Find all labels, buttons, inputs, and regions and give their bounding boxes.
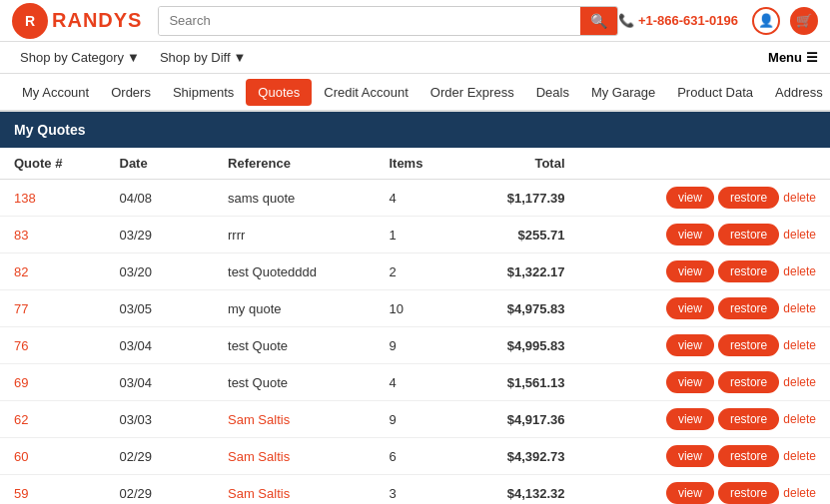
search-button[interactable]: 🔍 — [580, 7, 617, 35]
quote-reference-cell: Sam Saltis — [214, 475, 375, 505]
quote-actions-cell: viewrestoredelete — [579, 475, 830, 505]
chevron-down-icon: ▼ — [127, 50, 140, 65]
main-nav-link-product-data[interactable]: Product Data — [667, 77, 763, 108]
header-icons: 👤 🛒 — [752, 7, 818, 35]
view-button[interactable]: view — [666, 371, 714, 393]
restore-button[interactable]: restore — [718, 260, 779, 282]
restore-button[interactable]: restore — [718, 187, 779, 209]
quote-actions-cell: viewrestoredelete — [579, 180, 830, 217]
table-row: 5902/29Sam Saltis3$4,132.32viewrestorede… — [0, 475, 830, 505]
quote-total-cell: $1,322.17 — [460, 253, 579, 290]
restore-button[interactable]: restore — [718, 482, 779, 504]
quote-date-cell: 03/20 — [106, 253, 215, 290]
quote-total-cell: $4,132.32 — [460, 475, 579, 505]
view-button[interactable]: view — [666, 408, 714, 430]
quote-number-link[interactable]: 76 — [14, 338, 28, 353]
view-button[interactable]: view — [666, 297, 714, 319]
table-header: Quote # Date Reference Items Total — [0, 148, 830, 180]
main-nav-link-shipments[interactable]: Shipments — [163, 77, 244, 108]
quote-items-cell: 2 — [375, 253, 460, 290]
main-nav-link-deals[interactable]: Deals — [526, 77, 579, 108]
view-button[interactable]: view — [666, 260, 714, 282]
restore-button[interactable]: restore — [718, 445, 779, 467]
menu-button[interactable]: Menu ☰ — [768, 50, 818, 65]
quote-date-cell: 03/03 — [106, 401, 215, 438]
delete-button[interactable]: delete — [783, 486, 816, 500]
col-date: Date — [106, 148, 215, 180]
delete-button[interactable]: delete — [783, 191, 816, 205]
quote-reference-cell: sams quote — [214, 180, 375, 217]
delete-button[interactable]: delete — [783, 228, 816, 242]
restore-button[interactable]: restore — [718, 408, 779, 430]
view-button[interactable]: view — [666, 482, 714, 504]
quote-number-link[interactable]: 83 — [14, 228, 28, 243]
section-header: My Quotes — [0, 112, 830, 148]
quote-items-cell: 1 — [375, 217, 460, 253]
col-total: Total — [460, 148, 579, 180]
quote-date-cell: 03/04 — [106, 364, 215, 401]
restore-button[interactable]: restore — [718, 334, 779, 356]
quote-number-link[interactable]: 69 — [14, 375, 28, 390]
quote-number-cell: 83 — [0, 217, 106, 253]
quote-number-link[interactable]: 82 — [14, 264, 28, 279]
view-button[interactable]: view — [666, 187, 714, 209]
quote-number-cell: 76 — [0, 327, 106, 364]
delete-button[interactable]: delete — [783, 338, 816, 352]
shop-by-diff[interactable]: Shop by Diff ▼ — [152, 48, 254, 67]
col-actions — [579, 148, 830, 180]
account-icon[interactable]: 👤 — [752, 7, 780, 35]
view-button[interactable]: view — [666, 334, 714, 356]
table-row: 6002/29Sam Saltis6$4,392.73viewrestorede… — [0, 438, 830, 475]
view-button[interactable]: view — [666, 224, 714, 246]
quote-number-link[interactable]: 138 — [14, 191, 36, 206]
quote-items-cell: 10 — [375, 290, 460, 327]
quote-actions-cell: viewrestoredelete — [579, 401, 830, 438]
search-input[interactable] — [159, 7, 579, 35]
main-nav-link-quotes[interactable]: Quotes — [246, 79, 312, 106]
table-body: 13804/08sams quote4$1,177.39viewrestored… — [0, 180, 830, 505]
quote-total-cell: $1,177.39 — [460, 180, 579, 217]
quote-reference-cell: test Quote — [214, 327, 375, 364]
quote-number-link[interactable]: 59 — [14, 486, 28, 501]
quote-total-cell: $255.71 — [460, 217, 579, 253]
delete-button[interactable]: delete — [783, 264, 816, 278]
quote-number-link[interactable]: 62 — [14, 412, 28, 427]
phone-number[interactable]: 📞 +1-866-631-0196 — [618, 13, 738, 28]
restore-button[interactable]: restore — [718, 224, 779, 246]
quote-date-cell: 02/29 — [106, 438, 215, 475]
delete-button[interactable]: delete — [783, 412, 816, 426]
cart-icon[interactable]: 🛒 — [790, 7, 818, 35]
quote-actions-cell: viewrestoredelete — [579, 327, 830, 364]
main-nav-link-orders[interactable]: Orders — [101, 77, 161, 108]
quote-actions-cell: viewrestoredelete — [579, 253, 830, 290]
main-nav-link-address[interactable]: Address — [765, 77, 830, 108]
logo[interactable]: R RANDYS — [12, 3, 142, 39]
main-nav-link-my-account[interactable]: My Account — [12, 77, 99, 108]
quote-date-cell: 02/29 — [106, 475, 215, 505]
quote-reference-link[interactable]: Sam Saltis — [228, 486, 290, 501]
chevron-down-icon: ▼ — [234, 50, 247, 65]
quote-date-cell: 03/29 — [106, 217, 215, 253]
table-row: 6203/03Sam Saltis9$4,917.36viewrestorede… — [0, 401, 830, 438]
delete-button[interactable]: delete — [783, 301, 816, 315]
delete-button[interactable]: delete — [783, 375, 816, 389]
quote-reference-link[interactable]: Sam Saltis — [228, 449, 290, 464]
quote-number-link[interactable]: 60 — [14, 449, 28, 464]
quotes-table: Quote # Date Reference Items Total 13804… — [0, 148, 830, 504]
main-nav-link-my-garage[interactable]: My Garage — [581, 77, 665, 108]
restore-button[interactable]: restore — [718, 297, 779, 319]
quote-items-cell: 4 — [375, 364, 460, 401]
quote-reference-link[interactable]: Sam Saltis — [228, 412, 290, 427]
main-nav-link-order-express[interactable]: Order Express — [420, 77, 524, 108]
delete-button[interactable]: delete — [783, 449, 816, 463]
restore-button[interactable]: restore — [718, 371, 779, 393]
shop-by-category[interactable]: Shop by Category ▼ — [12, 48, 148, 67]
table-row: 7703/05my quote10$4,975.83viewrestoredel… — [0, 290, 830, 327]
quote-items-cell: 9 — [375, 327, 460, 364]
quote-total-cell: $1,561.13 — [460, 364, 579, 401]
view-button[interactable]: view — [666, 445, 714, 467]
hamburger-icon: ☰ — [806, 50, 818, 65]
main-nav-link-credit-account[interactable]: Credit Account — [314, 77, 418, 108]
quote-number-link[interactable]: 77 — [14, 301, 28, 316]
table-row: 8303/29rrrr1$255.71viewrestoredelete — [0, 217, 830, 253]
